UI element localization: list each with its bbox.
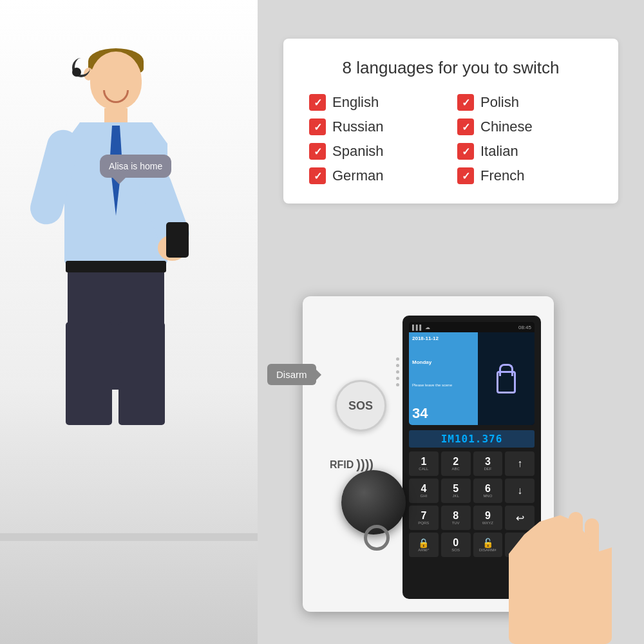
key-2-label: ABC [451, 467, 459, 471]
speech-bubble: Alisa is home [100, 155, 171, 178]
key-3[interactable]: 3 DEF [473, 451, 503, 476]
language-label-french: French [480, 167, 524, 184]
language-label-polish: Polish [480, 94, 519, 111]
key-5-num: 5 [453, 484, 459, 494]
screen-status-text: Please leave the scene [412, 383, 475, 387]
language-label-italian: Italian [480, 143, 518, 160]
key-5[interactable]: 5 JKL [441, 478, 471, 503]
speech-bubble-text: Alisa is home [109, 161, 162, 171]
language-item-italian: Italian [457, 143, 592, 160]
desk-surface [0, 533, 258, 541]
disarm-label: Disarm [276, 369, 307, 380]
phone-device [166, 222, 189, 258]
language-label-spanish: Spanish [332, 143, 384, 160]
screen-status-icons: ▌▌▌ ☁ [412, 325, 430, 330]
checkmark-italian-icon [457, 143, 474, 160]
device-panel: Disarm [283, 283, 618, 644]
headset-bud-icon [72, 68, 81, 77]
sos-button[interactable]: SOS [335, 380, 386, 431]
checkmark-polish-icon [457, 94, 474, 111]
language-label-russian: Russian [332, 118, 383, 135]
screen-left-panel: 2018-11-12 Monday Please leave the scene… [409, 332, 478, 425]
disarm-button[interactable]: Disarm [267, 364, 316, 385]
ip-display: IM101.376 [409, 430, 535, 448]
lock-icon [497, 371, 516, 393]
speaker-dot [396, 370, 399, 374]
language-item-spanish: Spanish [309, 143, 444, 160]
language-label-english: English [332, 94, 379, 111]
key-2-num: 2 [453, 457, 459, 467]
key-up[interactable]: ↑ [505, 451, 535, 476]
checkmark-english-icon [309, 94, 326, 111]
rfid-text: RFID [330, 459, 354, 471]
language-title: 8 languages for you to switch [309, 58, 592, 78]
speaker-dot [396, 357, 399, 361]
language-label-german: German [332, 167, 383, 184]
language-item-french: French [457, 167, 592, 184]
key-0-num: 0 [453, 538, 459, 548]
key-6-num: 6 [485, 484, 491, 494]
hand [489, 502, 618, 644]
rfid-fob-container [335, 470, 425, 631]
key-0-label: SOS [451, 548, 460, 552]
key-8-label: TUV [452, 521, 460, 525]
language-grid: English Polish Russian Chinese Spanish I… [309, 94, 592, 184]
language-item-german: German [309, 167, 444, 184]
key-1-num: 1 [421, 457, 426, 467]
sos-label: SOS [348, 399, 373, 413]
screen-date: 2018-11-12 [412, 336, 475, 341]
signal-icon: ▌▌▌ [412, 325, 423, 330]
person [26, 39, 219, 489]
screen-day: Monday [412, 359, 475, 365]
screen-right-panel [478, 332, 535, 425]
arrow-down-icon: ↓ [517, 485, 522, 497]
key-down[interactable]: ↓ [505, 478, 535, 503]
key-5-label: JKL [452, 494, 459, 498]
key-0[interactable]: 0 SOS [441, 533, 471, 557]
language-card: 8 languages for you to switch English Po… [283, 39, 618, 204]
language-item-english: English [309, 94, 444, 111]
screen-time: 08:45 [518, 325, 531, 330]
screen-top-bar: ▌▌▌ ☁ 08:45 [409, 322, 535, 332]
right-panel: 8 languages for you to switch English Po… [258, 0, 644, 644]
rfid-fob-ring [364, 525, 390, 551]
language-item-polish: Polish [457, 94, 592, 111]
key-8-num: 8 [453, 511, 459, 521]
checkmark-french-icon [457, 167, 474, 184]
checkmark-german-icon [309, 167, 326, 184]
checkmark-spanish-icon [309, 143, 326, 160]
key-3-num: 3 [485, 457, 491, 467]
language-label-chinese: Chinese [480, 118, 533, 135]
screen-count: 34 [412, 405, 475, 422]
checkmark-russian-icon [309, 118, 326, 135]
wifi-icon: ☁ [425, 325, 430, 330]
device-screen: ▌▌▌ ☁ 08:45 2018-11-12 Monday Please lea… [409, 322, 535, 425]
key-6-label: MNO [483, 494, 492, 498]
person-pants-left-leg [66, 322, 112, 425]
speaker-dot [396, 364, 399, 367]
key-8[interactable]: 8 TUV [441, 506, 471, 530]
language-item-chinese: Chinese [457, 118, 592, 135]
speaker-dot [396, 377, 399, 380]
person-pants-right-leg [118, 322, 165, 425]
person-neck [104, 108, 128, 124]
person-belt [66, 261, 166, 272]
checkmark-chinese-icon [457, 118, 474, 135]
key-2[interactable]: 2 ABC [441, 451, 471, 476]
language-item-russian: Russian [309, 118, 444, 135]
arrow-up-icon: ↑ [517, 458, 522, 469]
speaker-dot [396, 383, 399, 386]
key-6[interactable]: 6 MNO [473, 478, 503, 503]
screen-main: 2018-11-12 Monday Please leave the scene… [409, 332, 535, 425]
key-3-label: DEF [484, 467, 491, 471]
left-panel: Alisa is home [0, 0, 258, 644]
